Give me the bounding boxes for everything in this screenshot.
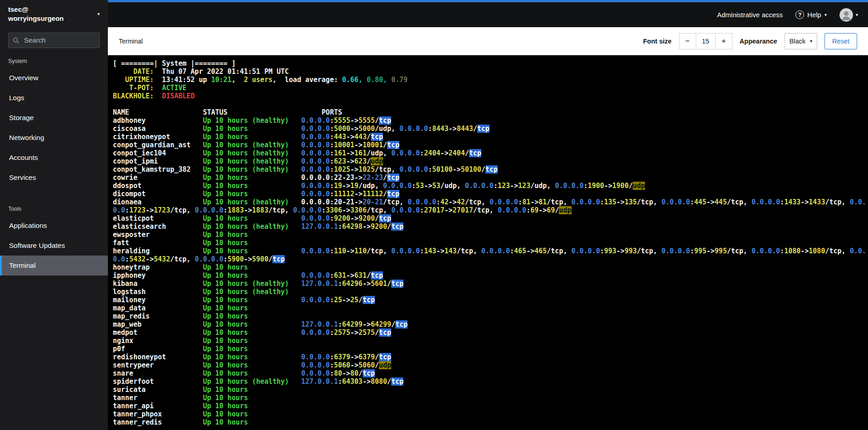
terminal-line: 0.0:1723->1723/tcp, 0.0.0.0:1883->1883/t… — [113, 206, 868, 214]
terminal-line: tanner_api Up 10 hours — [113, 402, 868, 410]
terminal-line: p0f Up 10 hours — [113, 345, 868, 353]
sidebar-nav: SystemOverviewLogsStorageNetworkingAccou… — [0, 50, 108, 430]
terminal-line: map_redis Up 10 hours — [113, 312, 868, 320]
terminal-line: suricata Up 10 hours — [113, 386, 868, 394]
terminal-line: T-POT: ACTIVE — [113, 84, 868, 92]
terminal-line: tanner Up 10 hours — [113, 394, 868, 402]
chevron-down-icon: ▾ — [824, 13, 827, 17]
appearance-select[interactable]: Black ▾ — [785, 33, 818, 49]
sidebar-item-applications[interactable]: Applications — [0, 216, 108, 236]
sidebar-item-terminal[interactable]: Terminal — [0, 256, 108, 275]
reset-button[interactable]: Reset — [824, 33, 857, 49]
help-label: Help — [807, 11, 821, 19]
terminal-line: map_data Up 10 hours — [113, 304, 868, 312]
toolbar-controls: Font size − 15 + Appearance Black ▾ Rese… — [643, 33, 857, 49]
terminal-line — [113, 100, 868, 108]
nav-section-label: Tools — [0, 198, 108, 216]
font-size-stepper: − 15 + — [679, 33, 732, 49]
terminal-line: mailoney Up 10 hours 0.0.0.0:25->25/tcp — [113, 296, 868, 304]
terminal-line: adbhoney Up 10 hours (healthy) 0.0.0.0:5… — [113, 116, 868, 125]
terminal-line: conpot_ipmi Up 10 hours (healthy) 0.0.0.… — [113, 157, 868, 165]
help-menu[interactable]: ? Help ▾ — [795, 10, 827, 19]
appearance-label: Appearance — [740, 38, 777, 45]
terminal-line: kibana Up 10 hours (healthy) 127.0.0.1:6… — [113, 280, 868, 288]
search-input[interactable] — [8, 33, 100, 48]
terminal-line: [ ========| System |======== ] — [113, 59, 868, 68]
terminal-line: ewsposter Up 10 hours — [113, 231, 868, 239]
font-size-label: Font size — [643, 38, 672, 45]
terminal-line: ciscoasa Up 10 hours 0.0.0.0:5000->5000/… — [113, 125, 868, 133]
help-icon: ? — [795, 10, 804, 19]
page-title: Terminal — [119, 38, 143, 45]
session-menu[interactable]: ▾ — [839, 8, 858, 22]
terminal-line: sentrypeer Up 10 hours 0.0.0.0:5060->506… — [113, 361, 868, 369]
terminal-line: fatt Up 10 hours — [113, 239, 868, 247]
terminal-line: nginx Up 10 hours — [113, 337, 868, 345]
terminal-line: conpot_guardian_ast Up 10 hours (healthy… — [113, 141, 868, 149]
search-icon — [13, 37, 19, 46]
terminal-line: NAME STATUS PORTS — [113, 108, 868, 116]
font-size-increase-button[interactable]: + — [715, 33, 732, 49]
topbar: Administrative access ? Help ▾ ▾ — [108, 2, 868, 27]
terminal-line: snare Up 10 hours 0.0.0.0:80->80/tcp — [113, 369, 868, 377]
terminal-line: cowrie Up 10 hours 0.0.0.0:22-23->22-23/… — [113, 174, 868, 182]
terminal-line: medpot Up 10 hours 0.0.0.0:2575->2575/tc… — [113, 329, 868, 337]
chevron-down-icon: ▾ — [810, 39, 812, 43]
host-switcher[interactable]: tsec@ worryingsurgeon ▾ — [0, 0, 108, 27]
terminal-line: UPTIME: 13:41:52 up 10:21, 2 users, load… — [113, 76, 868, 84]
app-window: tsec@ worryingsurgeon ▾ SystemOverviewLo… — [0, 0, 868, 430]
sidebar-item-overview[interactable]: Overview — [0, 68, 108, 88]
chevron-down-icon: ▾ — [856, 13, 858, 17]
terminal-line: tanner_phpox Up 10 hours — [113, 410, 868, 418]
terminal-line: ipphoney Up 10 hours 0.0.0.0:631->631/tc… — [113, 271, 868, 280]
terminal-line: dicompot Up 10 hours 0.0.0.0:11112->1111… — [113, 190, 868, 198]
terminal-line: spiderfoot Up 10 hours (healthy) 127.0.0… — [113, 377, 868, 386]
terminal-line: 0.0:5432->5432/tcp, 0.0.0.0:5900->5900/t… — [113, 255, 868, 263]
terminal-line: tanner_redis Up 10 hours — [113, 418, 868, 426]
main-column: Administrative access ? Help ▾ ▾ Termina… — [108, 0, 868, 430]
search — [8, 33, 100, 48]
terminal-line: logstash Up 10 hours (healthy) — [113, 288, 868, 296]
font-size-value[interactable]: 15 — [696, 33, 715, 49]
terminal-toolbar: Terminal Font size − 15 + Appearance Bla… — [108, 27, 868, 55]
sidebar-item-logs[interactable]: Logs — [0, 88, 108, 108]
user-avatar-icon — [839, 8, 853, 22]
terminal-line: conpot_kamstrup_382 Up 10 hours (healthy… — [113, 165, 868, 174]
nav-section-label: System — [0, 50, 108, 68]
chevron-down-icon: ▾ — [97, 12, 100, 16]
terminal-line: conpot_iec104 Up 10 hours (healthy) 0.0.… — [113, 149, 868, 157]
sidebar: tsec@ worryingsurgeon ▾ SystemOverviewLo… — [0, 0, 108, 430]
terminal-line: dionaea Up 10 hours (healthy) 0.0.0.0:20… — [113, 198, 868, 206]
admin-access-button[interactable]: Administrative access — [717, 11, 783, 19]
terminal-line: elasticsearch Up 10 hours (healthy) 127.… — [113, 222, 868, 231]
host-user: tsec@ — [8, 5, 64, 14]
terminal-line: DATE: Thu 07 Apr 2022 01:41:51 PM UTC — [113, 68, 868, 76]
terminal[interactable]: [ ========| System |======== ] DATE: Thu… — [108, 55, 868, 430]
terminal-line: ddospot Up 10 hours 0.0.0.0:19->19/udp, … — [113, 182, 868, 190]
terminal-line: BLACKHOLE: DISABLED — [113, 92, 868, 100]
terminal-line: honeytrap Up 10 hours — [113, 263, 868, 271]
appearance-value: Black — [790, 38, 805, 45]
font-size-decrease-button[interactable]: − — [679, 33, 696, 49]
host-label: tsec@ worryingsurgeon — [8, 5, 64, 24]
sidebar-item-accounts[interactable]: Accounts — [0, 148, 108, 168]
sidebar-item-storage[interactable]: Storage — [0, 108, 108, 128]
sidebar-item-software-updates[interactable]: Software Updates — [0, 236, 108, 256]
sidebar-item-networking[interactable]: Networking — [0, 128, 108, 148]
terminal-line: map_web Up 10 hours 127.0.0.1:64299->642… — [113, 320, 868, 329]
terminal-line: citrixhoneypot Up 10 hours 0.0.0.0:443->… — [113, 133, 868, 141]
terminal-output: [ ========| System |======== ] DATE: Thu… — [113, 59, 868, 426]
terminal-line: redishoneypot Up 10 hours 0.0.0.0:6379->… — [113, 353, 868, 361]
host-name: worryingsurgeon — [8, 14, 64, 23]
terminal-line: elasticpot Up 10 hours 0.0.0.0:9200->920… — [113, 214, 868, 222]
terminal-line: heralding Up 10 hours 0.0.0.0:110->110/t… — [113, 247, 868, 255]
sidebar-item-services[interactable]: Services — [0, 168, 108, 188]
